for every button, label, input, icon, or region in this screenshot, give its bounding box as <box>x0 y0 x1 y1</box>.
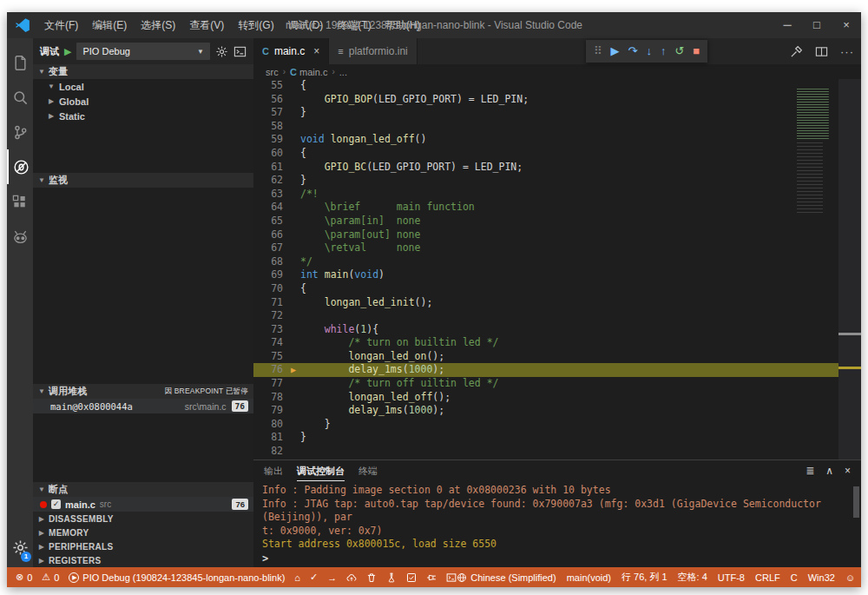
close-tab-icon[interactable]: × <box>313 45 319 57</box>
step-out-button[interactable]: ↑ <box>661 40 667 63</box>
code-editor[interactable]: 55{56 GPIO_BOP(LED_GPIO_PORT) = LED_PIN;… <box>253 79 861 459</box>
encoding[interactable]: UTF-8 <box>718 572 745 583</box>
breakpoint-margin[interactable] <box>286 93 300 107</box>
menu-item[interactable]: 选择(S) <box>134 12 182 38</box>
code-line[interactable]: 72 <box>253 309 861 323</box>
panel-tab-终端[interactable]: 终端 <box>358 461 378 481</box>
debug-console-input[interactable]: > <box>253 552 861 567</box>
breakpoint-margin[interactable] <box>286 106 300 120</box>
breakpoint-margin[interactable] <box>286 377 300 391</box>
step-over-button[interactable]: ↷ <box>628 40 638 63</box>
eol[interactable]: CRLF <box>755 572 780 583</box>
code-line[interactable]: 82 <box>253 445 861 459</box>
debug-config-select[interactable]: PIO Debug ▼ <box>76 43 210 60</box>
breakpoint-margin[interactable] <box>286 188 300 202</box>
breakpoint-margin[interactable] <box>286 404 300 418</box>
line-number[interactable]: 76 <box>253 363 286 377</box>
pio-clean-button[interactable] <box>366 572 377 583</box>
search-icon[interactable] <box>7 80 33 115</box>
debug-console-icon[interactable] <box>233 45 247 58</box>
code-line[interactable]: 79 delay_1ms(1000); <box>253 404 861 418</box>
breakpoint-margin[interactable] <box>286 147 300 161</box>
breakpoint-margin[interactable] <box>286 161 300 175</box>
menu-item[interactable]: 编辑(E) <box>85 12 134 38</box>
symbol-indicator[interactable]: main(void) <box>567 572 611 583</box>
breakpoint-margin[interactable] <box>286 445 300 459</box>
menu-item[interactable]: 文件(F) <box>37 12 85 38</box>
breakpoint-margin[interactable] <box>286 350 300 364</box>
maximize-panel-icon[interactable]: ∧ <box>825 465 833 477</box>
breakpoint-margin[interactable] <box>286 79 300 93</box>
pio-upload-button[interactable]: → <box>327 572 337 583</box>
code-line[interactable]: 55{ <box>253 79 861 93</box>
gear-icon[interactable] <box>215 45 228 58</box>
platformio-icon[interactable] <box>7 219 33 254</box>
code-line[interactable]: 81} <box>253 431 861 445</box>
code-line[interactable]: 78 longan_led_off(); <box>253 391 861 405</box>
breadcrumb-item[interactable]: C main.c <box>290 67 327 77</box>
breakpoint-margin[interactable] <box>286 431 300 445</box>
breadcrumb[interactable]: src›C main.c›... <box>253 64 861 79</box>
line-number[interactable]: 64 <box>253 201 286 215</box>
breakpoints-section-header[interactable]: ▼ 断点 <box>33 482 253 497</box>
line-number[interactable]: 58 <box>253 120 286 134</box>
pio-tasks-button[interactable] <box>406 572 417 583</box>
menu-item[interactable]: 终端(T) <box>330 12 378 38</box>
cursor-position[interactable]: 行 76, 列 1 <box>621 571 667 584</box>
clear-console-icon[interactable]: ≣ <box>806 465 814 477</box>
language-mode[interactable]: C <box>791 572 798 583</box>
problems-warnings[interactable]: ⚠0 <box>42 572 59 583</box>
build-hammer-icon[interactable] <box>790 45 803 58</box>
stack-frame-row[interactable]: main@0x0800044a src\main.c 76 <box>33 399 253 413</box>
breakpoint-margin[interactable] <box>286 241 300 255</box>
pio-env-button[interactable]: ▶PIO Debug (190824-123845-longan-nano-bl… <box>69 572 285 583</box>
code-line[interactable]: 68*/ <box>253 255 861 269</box>
debug-section-disassembly[interactable]: ▶DISASSEMBLY <box>33 512 253 526</box>
code-line[interactable]: 71 longan_led_init(); <box>253 296 861 310</box>
breakpoint-margin[interactable] <box>286 309 300 323</box>
breakpoint-margin[interactable] <box>286 120 300 134</box>
debug-section-registers[interactable]: ▶REGISTERS <box>33 553 253 567</box>
breakpoint-margin[interactable] <box>286 418 300 432</box>
breadcrumb-item[interactable]: ... <box>339 67 347 77</box>
manage-gear-icon[interactable]: 1 <box>7 532 33 562</box>
code-line[interactable]: 76▶ delay_1ms(1000); <box>253 363 861 377</box>
line-number[interactable]: 78 <box>253 391 286 405</box>
variables-tree-item[interactable]: ▶Global <box>33 94 253 109</box>
line-number[interactable]: 70 <box>253 282 286 296</box>
minimize-button[interactable]: ─ <box>773 12 802 38</box>
line-number[interactable]: 80 <box>253 418 286 432</box>
code-line[interactable]: 67 \retval none <box>253 241 861 255</box>
menu-item[interactable]: 帮助(H) <box>378 12 428 38</box>
code-line[interactable]: 61 GPIO_BC(LED_GPIO_PORT) = LED_PIN; <box>253 161 861 175</box>
pio-serial-monitor-button[interactable] <box>426 572 437 583</box>
panel-tab-输出[interactable]: 输出 <box>264 461 283 481</box>
breakpoint-margin[interactable] <box>286 336 300 350</box>
code-line[interactable]: 73 while(1){ <box>253 323 861 337</box>
breakpoint-margin[interactable] <box>286 296 300 310</box>
breakpoint-margin[interactable] <box>286 133 300 147</box>
code-line[interactable]: 66 \param[out] none <box>253 228 861 242</box>
code-line[interactable]: 59void longan_led_off() <box>253 133 861 147</box>
code-line[interactable]: 58 <box>253 120 861 134</box>
line-number[interactable]: 57 <box>253 106 286 120</box>
minimap[interactable] <box>797 82 837 215</box>
code-line[interactable]: 57} <box>253 106 861 120</box>
line-number[interactable]: 55 <box>253 79 286 93</box>
panel-tab-调试控制台[interactable]: 调试控制台 <box>297 461 345 481</box>
pio-terminal-button[interactable] <box>446 572 457 583</box>
line-number[interactable]: 69 <box>253 268 286 282</box>
line-number[interactable]: 61 <box>253 161 286 175</box>
line-number[interactable]: 75 <box>253 350 286 364</box>
code-line[interactable]: 62} <box>253 174 861 188</box>
breadcrumb-item[interactable]: src <box>266 67 279 77</box>
line-number[interactable]: 74 <box>253 336 286 350</box>
line-number[interactable]: 77 <box>253 377 286 391</box>
breakpoint-margin[interactable] <box>286 255 300 269</box>
current-line-arrow-icon[interactable]: ▶ <box>286 363 300 377</box>
platform[interactable]: Win32 <box>808 572 835 583</box>
close-panel-icon[interactable]: × <box>845 465 851 477</box>
line-number[interactable]: 82 <box>253 445 286 459</box>
breakpoint-margin[interactable] <box>286 323 300 337</box>
breakpoint-margin[interactable] <box>286 201 300 215</box>
